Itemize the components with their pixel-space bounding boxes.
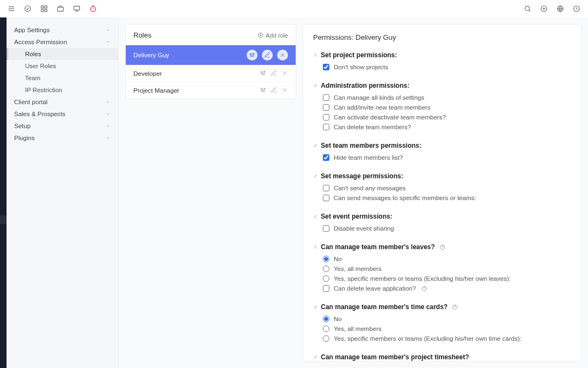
svg-point-46: [262, 91, 264, 92]
timer-icon[interactable]: [89, 5, 97, 13]
perm-timecards-no[interactable]: No: [313, 314, 571, 324]
perm-timecards-specific[interactable]: Yes, specific members or teams (Excludin…: [313, 334, 571, 343]
perm-group-timesheet: ♂Can manage team member's project timesh…: [313, 353, 571, 361]
role-row-project-manager[interactable]: Project Manager: [126, 82, 296, 99]
monitor-icon[interactable]: [73, 5, 81, 13]
role-row-delivery-guy[interactable]: Delivery Guy: [126, 45, 296, 65]
radio[interactable]: [323, 335, 329, 342]
menu-icon[interactable]: [8, 5, 15, 13]
perm-group-leaves: ♂Can manage team member's leaves? No Yes…: [313, 243, 571, 293]
checkbox[interactable]: [323, 195, 329, 201]
svg-point-47: [264, 88, 265, 89]
edit-icon[interactable]: [262, 50, 273, 61]
close-icon[interactable]: [277, 50, 288, 61]
checkbox[interactable]: [323, 154, 329, 161]
svg-rect-9: [74, 6, 80, 10]
sliders-icon[interactable]: [247, 50, 258, 61]
nav-setup[interactable]: Setup: [7, 120, 118, 132]
svg-point-15: [525, 6, 529, 10]
nav-sub-ip-restriction[interactable]: IP Restriction: [7, 84, 118, 96]
male-icon: ♂: [313, 52, 317, 58]
role-actions: [260, 70, 288, 77]
close-icon[interactable]: [281, 87, 288, 94]
perm-group-title: ♂Can manage team member's leaves?: [313, 243, 571, 251]
nav-sales-prospects[interactable]: Sales & Prospects: [7, 108, 118, 120]
nav-label: App Settings: [14, 27, 50, 33]
perm-hide-team-list[interactable]: Hide team members list?: [313, 153, 571, 162]
perm-dont-show-projects[interactable]: Don't show projects: [313, 62, 571, 72]
nav-sub-user-roles[interactable]: User Roles: [7, 60, 118, 72]
role-row-developer[interactable]: Developer: [126, 65, 296, 82]
checkbox[interactable]: [323, 285, 329, 292]
chevron-down-icon: [105, 111, 111, 117]
nav-label: Sales & Prospects: [14, 111, 65, 117]
main-content: Roles Add role Delivery Guy Developer P: [119, 17, 588, 368]
permissions-title: Permissions: Delivery Guy: [313, 33, 571, 41]
nav-access-permission[interactable]: Access Permission: [7, 36, 118, 48]
nav-label: Access Permission: [14, 39, 67, 45]
checkbox[interactable]: [323, 94, 329, 101]
nav-client-portal[interactable]: Client portal: [7, 96, 118, 108]
settings-sidebar: App Settings Access Permission Roles Use…: [7, 17, 119, 368]
help-icon[interactable]: [421, 286, 427, 292]
perm-delete-members[interactable]: Can delete team members?: [313, 122, 571, 132]
topbar: [0, 0, 588, 17]
male-icon: ♂: [313, 213, 317, 220]
perm-disable-event-sharing[interactable]: Disable event sharing: [313, 224, 571, 233]
edit-icon[interactable]: [271, 70, 277, 77]
svg-line-16: [529, 10, 530, 11]
radio[interactable]: [323, 316, 329, 322]
perm-group-event: ♂Set event permissions: Disable event sh…: [313, 213, 571, 233]
topbar-left: [8, 5, 97, 13]
radio[interactable]: [323, 256, 329, 262]
svg-point-30: [252, 56, 253, 57]
nav-app-settings[interactable]: App Settings: [7, 24, 118, 36]
briefcase-icon[interactable]: [57, 5, 64, 13]
radio[interactable]: [323, 325, 329, 332]
svg-point-39: [264, 71, 265, 73]
perm-leaves-specific[interactable]: Yes, specific members or teams (Excludin…: [313, 274, 571, 283]
male-icon: ♂: [313, 173, 317, 179]
perm-leaves-all[interactable]: Yes, all members: [313, 264, 571, 274]
close-icon[interactable]: [281, 70, 288, 77]
perm-add-invite[interactable]: Can add/invite new team members: [313, 102, 571, 112]
nav-sub-roles[interactable]: Roles: [7, 48, 118, 60]
perm-leaves-no[interactable]: No: [313, 254, 571, 264]
svg-point-45: [261, 89, 262, 90]
checkbox[interactable]: [323, 64, 329, 70]
perm-leaves-delete[interactable]: Can delete leave application?: [313, 283, 571, 293]
checkbox[interactable]: [323, 124, 329, 130]
perm-activate-deactivate[interactable]: Can activate deactivate team members?: [313, 112, 571, 122]
radio[interactable]: [323, 266, 329, 272]
nav-sub-team[interactable]: Team: [7, 72, 118, 84]
perm-cant-send[interactable]: Can't send any messages: [313, 183, 571, 193]
grid-icon[interactable]: [40, 5, 48, 13]
app-rail: [0, 0, 7, 368]
nav-label: Setup: [14, 123, 30, 129]
male-icon: ♂: [313, 304, 317, 310]
checkbox[interactable]: [323, 104, 329, 111]
perm-timecards-all[interactable]: Yes, all members: [313, 324, 571, 334]
clock-icon[interactable]: [573, 5, 580, 13]
roles-header: Roles Add role: [126, 25, 296, 45]
checkbox[interactable]: [323, 225, 329, 232]
help-icon[interactable]: [452, 304, 458, 310]
sliders-icon[interactable]: [260, 70, 266, 77]
perm-manage-settings[interactable]: Can manage all kinds of settings: [313, 93, 571, 102]
help-icon[interactable]: [439, 244, 445, 250]
perm-group-title: ♂Can manage team member's time cards?: [313, 303, 571, 311]
check-circle-icon[interactable]: [24, 5, 32, 13]
add-role-button[interactable]: Add role: [258, 32, 288, 39]
perm-group-team: ♂Set team members permissions: Hide team…: [313, 142, 571, 162]
checkbox[interactable]: [323, 114, 329, 120]
sliders-icon[interactable]: [260, 87, 266, 94]
edit-icon[interactable]: [271, 87, 277, 94]
globe-icon[interactable]: [556, 5, 564, 13]
search-icon[interactable]: [524, 5, 531, 13]
checkbox[interactable]: [323, 185, 329, 191]
radio[interactable]: [323, 275, 329, 282]
plus-circle-icon[interactable]: [540, 5, 548, 13]
perm-send-specific[interactable]: Can send messages to specific members or…: [313, 193, 571, 203]
nav-plugins[interactable]: Plugins: [7, 132, 118, 144]
perm-group-title: ♂Set event permissions:: [313, 213, 571, 220]
